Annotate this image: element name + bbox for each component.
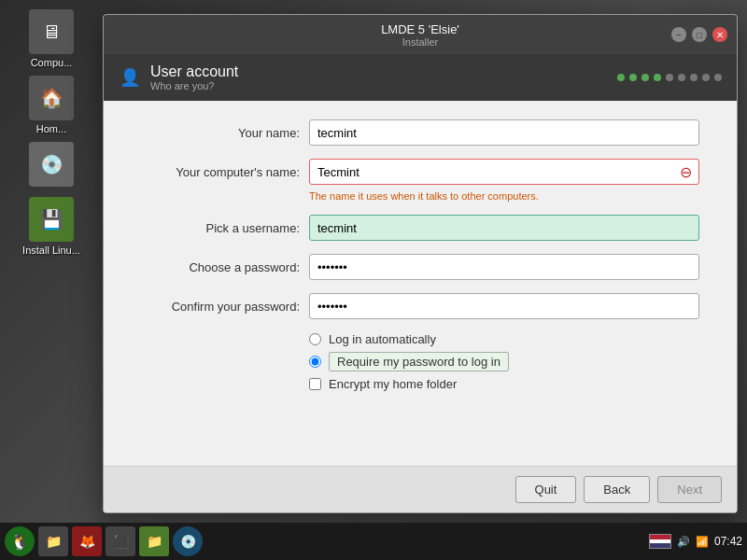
home-icon: 🏠 <box>29 76 74 120</box>
desktop: 🖥 Compu... 🏠 Hom... 💿 💾 Install Linu... … <box>0 0 747 560</box>
window-controls: − □ ✕ <box>671 27 727 42</box>
header-content: User account Who are you? <box>150 63 608 91</box>
installer-window: LMDE 5 'Elsie' Installer − □ ✕ 👤 User ac… <box>103 14 738 513</box>
auto-login-radio[interactable] <box>309 333 321 345</box>
taskbar-media-button[interactable]: 💿 <box>173 526 203 556</box>
maximize-button[interactable]: □ <box>692 27 707 42</box>
tray-flag[interactable] <box>649 534 671 549</box>
taskbar-tray: 🔊 📶 07:42 <box>649 534 742 549</box>
dot-7 <box>690 74 698 81</box>
require-password-label: Require my password to log in <box>329 352 509 371</box>
tray-volume-icon: 📶 <box>696 536 709 548</box>
dot-4 <box>654 74 661 81</box>
desktop-icon-computer[interactable]: 🖥 Compu... <box>9 9 93 68</box>
error-icon: ⊖ <box>680 163 692 181</box>
desktop-icons-area: 🖥 Compu... 🏠 Hom... 💿 💾 Install Linu... <box>0 0 103 523</box>
confirm-label: Confirm your password: <box>141 300 300 314</box>
your-name-label: Your name: <box>141 126 300 140</box>
auto-login-row: Log in automatically <box>309 332 699 346</box>
username-input[interactable] <box>309 215 699 241</box>
computer-name-input-wrapper: ⊖ <box>309 159 699 185</box>
user-account-icon: 👤 <box>119 66 141 89</box>
computer-name-input[interactable] <box>309 159 699 185</box>
computer-name-row: Your computer's name: ⊖ <box>141 159 699 185</box>
close-button[interactable]: ✕ <box>712 27 727 42</box>
password-row: Choose a password: <box>141 254 699 280</box>
next-button: Next <box>657 476 722 503</box>
dot-6 <box>678 74 685 81</box>
auto-login-label: Log in automatically <box>329 332 436 346</box>
minimize-button[interactable]: − <box>671 27 686 42</box>
home-icon-label: Hom... <box>36 123 66 134</box>
username-label: Pick a username: <box>141 221 300 235</box>
radio-group: Log in automatically Require my password… <box>309 332 699 391</box>
dot-1 <box>617 74 625 81</box>
dot-9 <box>714 74 722 81</box>
progress-dots <box>617 74 722 81</box>
your-name-row: Your name: <box>141 119 699 146</box>
title-center: LMDE 5 'Elsie' Installer <box>169 22 671 48</box>
password-label: Choose a password: <box>141 260 300 274</box>
confirm-password-row: Confirm your password: <box>141 293 699 319</box>
tray-network-icon: 🔊 <box>677 536 690 548</box>
taskbar: 🐧 📁 🦊 ⬛ 📁 💿 🔊 📶 07:42 <box>0 523 747 560</box>
installer-icon: 💾 <box>29 197 74 242</box>
require-password-row: Require my password to log in <box>309 352 699 371</box>
quit-button[interactable]: Quit <box>515 476 577 503</box>
computer-name-label: Your computer's name: <box>141 165 300 179</box>
media-icon: 💿 <box>29 142 74 187</box>
window-header: 👤 User account Who are you? <box>104 54 737 101</box>
encrypt-row: Encrypt my home folder <box>309 377 699 391</box>
page-subtitle: Who are you? <box>150 80 608 91</box>
window-subtitle: Installer <box>402 36 439 48</box>
taskbar-firefox-button[interactable]: 🦊 <box>72 526 102 556</box>
window-footer: Quit Back Next <box>104 466 737 512</box>
start-button[interactable]: 🐧 <box>5 526 35 556</box>
tray-time: 07:42 <box>714 535 742 548</box>
computer-icon-label: Compu... <box>31 57 73 68</box>
form-content: Your name: Your computer's name: ⊖ The n… <box>104 101 737 466</box>
dot-8 <box>702 74 710 81</box>
dot-5 <box>666 74 673 81</box>
taskbar-files-button[interactable]: 📁 <box>38 526 68 556</box>
back-button[interactable]: Back <box>584 476 650 503</box>
installer-icon-label: Install Linu... <box>22 245 80 256</box>
taskbar-home-button[interactable]: 📁 <box>139 526 169 556</box>
your-name-input[interactable] <box>309 119 699 146</box>
desktop-icon-media[interactable]: 💿 <box>9 142 93 189</box>
computer-name-hint: The name it uses when it talks to other … <box>309 190 699 202</box>
computer-icon: 🖥 <box>29 9 74 54</box>
password-input[interactable] <box>309 254 699 280</box>
window-title: LMDE 5 'Elsie' <box>381 22 459 36</box>
desktop-icon-installer[interactable]: 💾 Install Linu... <box>9 197 93 256</box>
dot-3 <box>641 74 649 81</box>
confirm-password-input[interactable] <box>309 293 699 319</box>
page-title: User account <box>150 63 608 80</box>
username-row: Pick a username: <box>141 215 699 241</box>
title-bar: LMDE 5 'Elsie' Installer − □ ✕ <box>104 15 737 54</box>
encrypt-label: Encrypt my home folder <box>329 377 457 391</box>
require-password-radio[interactable] <box>309 356 321 368</box>
taskbar-terminal-button[interactable]: ⬛ <box>106 526 135 556</box>
dot-2 <box>629 74 637 81</box>
encrypt-checkbox[interactable] <box>309 378 321 390</box>
desktop-icon-home[interactable]: 🏠 Hom... <box>9 76 93 134</box>
